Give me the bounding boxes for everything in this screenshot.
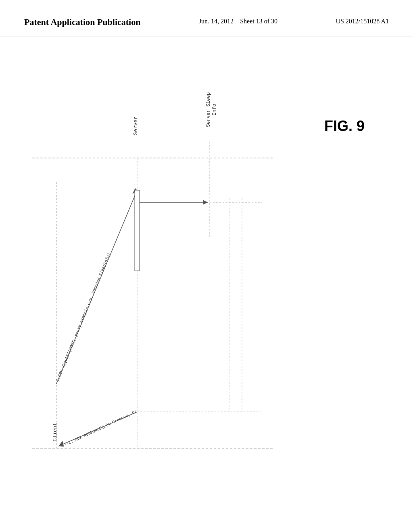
- header-info: Jun. 14, 2012 Sheet 13 of 30: [199, 16, 277, 27]
- publication-date: Jun. 14, 2012: [199, 18, 234, 25]
- figure-label: FIG. 9: [324, 118, 365, 135]
- diagram-area: FIG. 9 Client Server Server Sleep Info 1…: [0, 37, 413, 501]
- server-label: Server: [133, 116, 139, 135]
- server-activation-box: [135, 190, 140, 271]
- patent-number: US 2012/151028 A1: [336, 16, 389, 27]
- server-sleep-label-line1: Server Sleep: [206, 92, 211, 127]
- message1-label: 1.CON REQUEST(POST, proxy.example.com, E…: [56, 252, 112, 382]
- server-sleep-label-line2: Info: [212, 104, 217, 115]
- message3-label: ---2. ACK RESPONSE(201 Created, Created …: [24, 61, 138, 449]
- sequence-diagram: Client Server Server Sleep Info 1.CON RE…: [24, 61, 298, 497]
- publication-title: Patent Application Publication: [24, 16, 140, 29]
- sheet-info: Sheet 13 of 30: [240, 18, 277, 25]
- client-label: Client: [52, 422, 58, 441]
- page-header: Patent Application Publication Jun. 14, …: [0, 0, 413, 37]
- message2-arrowhead: [203, 200, 208, 205]
